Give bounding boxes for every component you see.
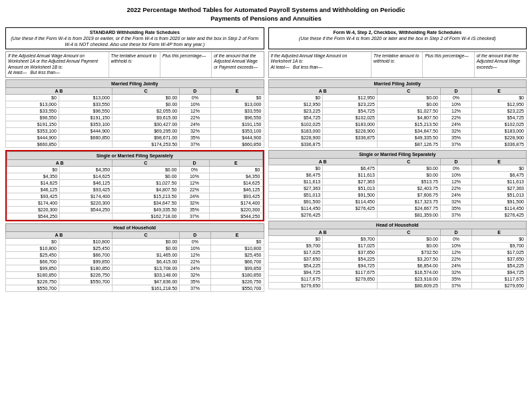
table-row: $114,450$276,425$24,667.7535%$114,450	[268, 205, 527, 211]
tables-container: Married Filing JointlyA BCDE$0$13,000$0.…	[5, 79, 527, 294]
section-left-panel-1: Single or Married Filing SeparatelyA BCD…	[5, 150, 264, 221]
group-header: Single or Married Filing Separately	[7, 151, 263, 159]
table-row: $12,950$23,225$0.0010%$12,950	[268, 101, 527, 107]
table-row: $93,425$174,400$15,213.5024%$93,425	[7, 193, 263, 199]
group-header: Head of Household	[268, 221, 527, 229]
page-container: 2022 Percentage Method Tables for Automa…	[5, 5, 527, 294]
table-row: $0$6,475$0.000%$0	[268, 165, 527, 171]
col-letter-row: A BCDE	[7, 159, 263, 166]
table-row: $13,000$33,550$0.0010%$13,000	[6, 101, 264, 107]
table-row: $102,025$183,000$15,213.5024%$102,025	[268, 121, 527, 127]
table-row: $0$10,800$0.000%$0	[6, 238, 264, 245]
table-row: $37,650$54,225$3,207.5022%$37,650	[268, 255, 527, 262]
table-row: $544,250$162,718.0037%$544,250	[7, 213, 263, 219]
table-row: $27,363$51,013$2,403.7522%$27,363	[268, 185, 527, 191]
table-row: $660,850$174,253.5037%$660,850	[6, 141, 264, 147]
table-row: $54,225$94,725$6,854.0024%$54,225	[268, 262, 527, 269]
table-row: $191,150$353,100$30,427.0024%$191,150	[6, 121, 264, 127]
table-row: $91,500$114,450$17,323.7532%$91,500	[268, 198, 527, 205]
table-row: $54,725$102,025$4,807.5022%$54,725	[268, 114, 527, 121]
table-row: $17,025$37,650$732.5012%$17,025	[268, 249, 527, 255]
left-col-desc: If the Adjusted Annual Wage Amount on Wo…	[5, 51, 264, 78]
table-row: $96,550$191,150$9,615.0022%$96,550	[6, 114, 264, 121]
group-header: Single or Married Filing Separately	[268, 150, 527, 158]
table-row: $0$12,950$0.000%$0	[268, 94, 527, 101]
table-row: $33,550$96,550$2,055.0012%$33,550	[6, 107, 264, 114]
table-row: $228,900$336,875$49,335.5035%$228,900	[268, 134, 527, 141]
table-row: $9,700$17,025$0.0010%$9,700	[268, 242, 527, 249]
table-row: $444,900$660,850$98,671.0035%$444,900	[6, 134, 264, 141]
section-left-panel-0: Married Filing JointlyA BCDE$0$13,000$0.…	[5, 79, 264, 148]
main-title: 2022 Percentage Method Tables for Automa…	[5, 5, 527, 23]
col-letter-row: A BCDE	[268, 229, 527, 235]
table-row: $226,750$550,700$47,836.0035%$226,750	[6, 278, 264, 285]
table-row: $276,425$81,359.0037%$276,425	[268, 211, 527, 218]
table-row: $174,400$220,300$34,647.5032%$174,400	[7, 199, 263, 206]
group-header: Head of Household	[6, 223, 264, 231]
right-panel: Married Filing JointlyA BCDE$0$12,950$0.…	[268, 79, 527, 294]
table-row: $10,800$25,450$0.0010%$10,800	[6, 245, 264, 251]
section-right-panel-0: Married Filing JointlyA BCDE$0$12,950$0.…	[268, 79, 527, 148]
table-row: $0$13,000$0.000%$0	[6, 94, 264, 101]
table-row: $220,300$544,250$49,335.5035%$220,300	[7, 206, 263, 213]
section-left-panel-2: Head of HouseholdA BCDE$0$10,800$0.000%$…	[5, 223, 264, 292]
table-row: $46,125$93,425$4,807.5022%$46,125	[7, 186, 263, 193]
col-letter-row: A BCDE	[268, 158, 527, 165]
col-letter-row: A BCDE	[268, 87, 527, 94]
col-letter-row: A BCDE	[6, 231, 264, 238]
table-row: $25,450$66,700$1,465.0012%$25,450	[6, 251, 264, 258]
table-row: $66,700$99,850$6,415.0022%$66,700	[6, 258, 264, 265]
table-row: $14,625$46,125$1,027.5012%$14,625	[7, 179, 263, 186]
table-row: $183,000$228,900$34,647.5032%$183,000	[268, 127, 527, 134]
left-section-header: STANDARD Withholding Rate Schedules (Use…	[5, 27, 264, 49]
table-row: $117,675$279,650$23,918.0035%$117,675	[268, 275, 527, 282]
table-row: $180,850$226,750$33,148.0032%$180,850	[6, 271, 264, 278]
group-header: Married Filing Jointly	[6, 79, 264, 87]
section-right-panel-2: Head of HouseholdA BCDE$0$9,700$0.000%$0…	[268, 221, 527, 289]
table-row: $23,225$54,725$1,027.5012%$23,225	[268, 107, 527, 114]
table-row: $51,013$91,500$7,606.7524%$51,013	[268, 191, 527, 198]
table-row: $6,475$11,613$0.0010%$6,475	[268, 171, 527, 178]
col-letter-row: A BCDE	[6, 87, 264, 94]
left-panel: Married Filing JointlyA BCDE$0$13,000$0.…	[5, 79, 264, 294]
table-row: $279,650$80,609.2537%$279,650	[268, 282, 527, 289]
table-row: $336,875$87,126.7537%$336,875	[268, 141, 527, 147]
table-row: $4,350$14,625$0.0010%$4,350	[7, 173, 263, 179]
right-col-desc: If the Adjusted Annual Wage Amount on Wo…	[268, 51, 527, 78]
table-row: $0$4,350$0.000%$0	[7, 166, 263, 173]
table-row: $0$9,700$0.000%$0	[268, 235, 527, 242]
section-right-panel-1: Single or Married Filing SeparatelyA BCD…	[268, 150, 527, 219]
table-row: $353,100$444,900$69,295.0032%$353,100	[6, 127, 264, 134]
group-header: Married Filing Jointly	[268, 79, 527, 87]
right-section-header: Form W-4, Step 2, Checkbox, Withholding …	[268, 27, 527, 49]
table-row: $99,850$180,850$13,708.0024%$99,850	[6, 265, 264, 271]
table-row: $550,700$161,218.5037%$550,700	[6, 285, 264, 291]
table-row: $94,725$117,675$16,574.0032%$94,725	[268, 269, 527, 275]
table-row: $11,613$27,363$513.7512%$11,613	[268, 178, 527, 185]
